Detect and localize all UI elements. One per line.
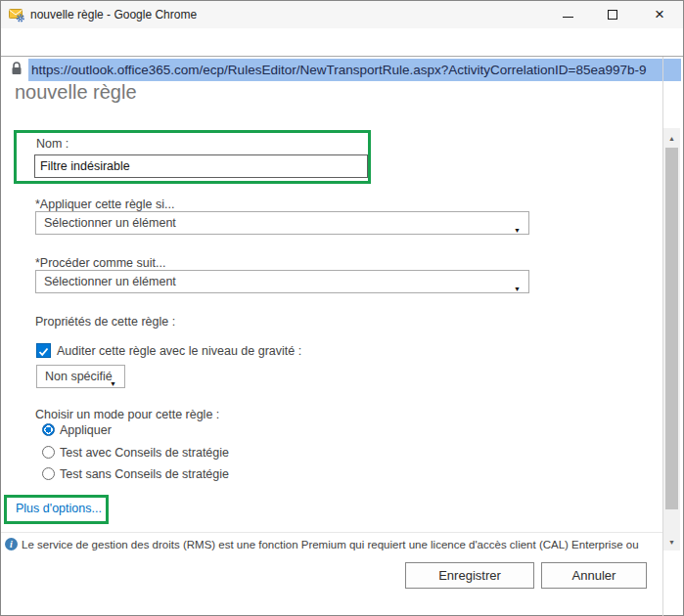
close-button[interactable]: × — [643, 1, 676, 28]
chevron-down-icon: ▼ — [514, 279, 521, 300]
more-options-link[interactable]: Plus d'options... — [16, 502, 102, 515]
scroll-up-icon[interactable]: ▲ — [663, 130, 680, 147]
rms-info-text: Le service de gestion des droits (RMS) e… — [22, 539, 660, 550]
severity-selected-value: Non spécifié — [45, 370, 113, 383]
action-label: *Procéder comme suit... — [35, 256, 165, 270]
condition-selected-value: Sélectionner un élément — [44, 216, 176, 230]
browser-window: nouvelle règle - Google Chrome × https:/… — [0, 0, 684, 616]
audit-checkbox[interactable] — [36, 343, 51, 358]
info-icon: i — [5, 538, 18, 550]
scroll-down-icon[interactable]: ▼ — [663, 534, 680, 550]
save-button[interactable]: Enregistrer — [405, 562, 534, 589]
chevron-down-icon: ▼ — [110, 374, 116, 395]
condition-label: *Appliquer cette règle si... — [35, 198, 174, 211]
severity-dropdown[interactable]: Non spécifié ▼ — [36, 365, 125, 388]
radio-test-with-policy-tips[interactable] — [42, 446, 55, 459]
title-bar[interactable]: nouvelle règle - Google Chrome × — [1, 1, 683, 28]
radio-test-without-policy-tips[interactable] — [42, 467, 55, 480]
exchange-mail-icon — [9, 7, 24, 22]
minimize-button[interactable] — [551, 1, 584, 28]
rule-name-input[interactable] — [34, 154, 368, 178]
properties-label: Propriétés de cette règle : — [35, 315, 175, 329]
action-dropdown[interactable]: Sélectionner un élément ▼ — [35, 270, 529, 293]
radio-test-without-policy-tips-label[interactable]: Test sans Conseils de stratégie — [60, 467, 229, 481]
address-bar[interactable]: https://outlook.office365.com/ecp/RulesE… — [1, 28, 683, 56]
radio-apply[interactable] — [42, 423, 55, 436]
checkmark-icon — [37, 345, 50, 358]
radio-apply-label[interactable]: Appliquer — [60, 423, 112, 437]
url-text[interactable]: https://outlook.office365.com/ecp/RulesE… — [28, 59, 681, 81]
page-title: nouvelle règle — [15, 81, 137, 104]
cancel-button[interactable]: Annuler — [541, 562, 647, 589]
window-title: nouvelle règle - Google Chrome — [30, 1, 197, 28]
condition-dropdown[interactable]: Sélectionner un élément ▼ — [35, 211, 529, 235]
url-selection-highlight[interactable]: https://outlook.office365.com/ecp/RulesE… — [28, 59, 681, 81]
minimize-icon — [563, 17, 573, 18]
radio-test-with-policy-tips-label[interactable]: Test avec Conseils de stratégie — [60, 446, 229, 460]
mode-label: Choisir un mode pour cette règle : — [35, 408, 219, 421]
close-icon: × — [655, 5, 664, 23]
maximize-icon — [608, 10, 617, 20]
audit-checkbox-label[interactable]: Auditer cette règle avec le niveau de gr… — [57, 344, 301, 358]
lock-icon[interactable] — [11, 62, 23, 76]
toolbar-divider — [1, 56, 683, 57]
maximize-button[interactable] — [596, 1, 629, 28]
chevron-down-icon: ▼ — [514, 220, 521, 242]
name-field-label: Nom : — [36, 137, 68, 151]
action-selected-value: Sélectionner un élément — [44, 275, 176, 288]
scrollbar-thumb[interactable] — [665, 148, 678, 509]
footer-divider — [1, 532, 662, 533]
